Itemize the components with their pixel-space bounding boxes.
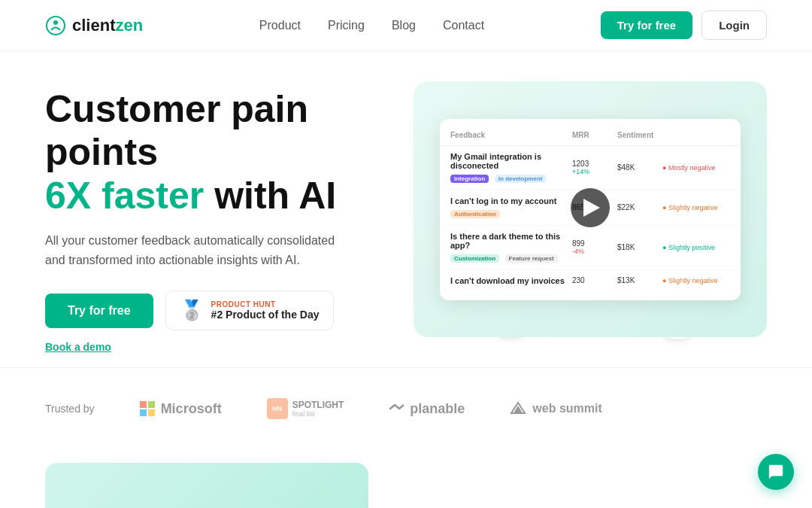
hero-subtitle: All your customer feedback automatically… (45, 231, 346, 269)
hero-title-line2: with AI (204, 175, 336, 217)
planable-icon (389, 403, 404, 414)
col-mrr: MRR (572, 131, 617, 139)
bottom-teal-section (45, 463, 368, 508)
row2-title: I can't log in to my account (450, 196, 572, 205)
col-feedback: Feedback (450, 131, 572, 139)
trusted-logos: Microsoft HN SPOTLIGHT final list planab… (140, 398, 602, 419)
websummit-logo: web summit (510, 401, 601, 416)
row4-title: I can't download my invoices (450, 276, 572, 285)
nav-actions: Try for free Login (601, 11, 767, 40)
row3-feedback: 899 -4% (572, 239, 617, 255)
trusted-label: Trusted by (45, 403, 95, 415)
ph-rank: #2 Product of the Day (211, 309, 320, 321)
row3-sentiment: ● Slightly positive (662, 244, 730, 251)
table-header: Feedback MRR Sentiment (440, 128, 741, 146)
planable-text: planable (410, 401, 465, 417)
hero-title-accent: 6X faster (45, 175, 204, 217)
hero-title-line1: Customer pain points (45, 88, 308, 174)
product-hunt-badge: 🥈 PRODUCT HUNT #2 Product of the Day (165, 291, 334, 330)
play-button[interactable] (571, 188, 610, 227)
row1-feedback: 1203 +14% (572, 160, 617, 175)
nav-try-free-button[interactable]: Try for free (601, 11, 692, 39)
hero-title: Customer pain points 6X faster with AI (45, 88, 406, 218)
table-row: I can't log in to my account Authenticat… (440, 190, 741, 226)
table-row: I can't download my invoices 230 $13K ● … (440, 270, 741, 291)
chat-bubble[interactable] (758, 454, 794, 490)
row1-sentiment: ● Mostly negative (662, 164, 730, 172)
row4-mrr: $13K (617, 276, 662, 284)
microsoft-grid-icon (140, 401, 155, 416)
row4-feedback: 230 (572, 276, 617, 284)
row2-tag1: Authentication (450, 210, 500, 218)
nav-pricing[interactable]: Pricing (328, 19, 365, 32)
dashboard-bg: Feedback MRR Sentiment My Gmail integrat… (414, 81, 767, 337)
table-row: Is there a dark theme to this app? Custo… (440, 226, 741, 270)
table-row: My Gmail integration is disconected Inte… (440, 146, 741, 190)
play-triangle-icon (583, 199, 600, 217)
row3-tag1: Customization (450, 254, 499, 263)
row3-info: Is there a dark theme to this app? Custo… (450, 232, 572, 263)
medal-icon: 🥈 (180, 299, 204, 322)
hero-section: Customer pain points 6X faster with AI A… (0, 51, 812, 360)
dashboard-card: Feedback MRR Sentiment My Gmail integrat… (440, 119, 741, 300)
ph-label: PRODUCT HUNT (211, 300, 320, 309)
row1-tag2: In development (495, 175, 547, 183)
row1-title: My Gmail integration is disconected (450, 152, 572, 170)
planable-logo: planable (389, 401, 465, 417)
hero-right: ★ 📷 G Feedback MRR Sentiment (406, 81, 767, 360)
row1-info: My Gmail integration is disconected Inte… (450, 152, 572, 184)
websummit-text: web summit (532, 402, 601, 415)
logo-text: clientzen (72, 16, 143, 35)
row2-sentiment: ● Slightly negative (662, 204, 730, 211)
microsoft-text: Microsoft (161, 401, 222, 417)
ph-text: PRODUCT HUNT #2 Product of the Day (211, 300, 320, 321)
nav-product[interactable]: Product (259, 19, 301, 32)
spotlight-logo: HN SPOTLIGHT final list (267, 398, 344, 419)
hero-try-free-button[interactable]: Try for free (45, 294, 153, 328)
row2-mrr: $22K (617, 203, 662, 211)
nav-contact[interactable]: Contact (443, 19, 484, 32)
row4-info: I can't download my invoices (450, 276, 572, 285)
hero-left: Customer pain points 6X faster with AI A… (45, 88, 406, 354)
hero-actions: Try for free 🥈 PRODUCT HUNT #2 Product o… (45, 291, 406, 330)
nav-blog[interactable]: Blog (392, 19, 416, 32)
book-demo-link[interactable]: Book a demo (45, 341, 406, 353)
svg-point-1 (53, 20, 58, 25)
row3-title: Is there a dark theme to this app? (450, 232, 572, 250)
logo[interactable]: clientzen (45, 15, 143, 36)
nav-login-button[interactable]: Login (701, 11, 767, 40)
nav-links: Product Pricing Blog Contact (259, 19, 484, 32)
row3-tag2: Feature request (505, 254, 558, 263)
row3-mrr: $18K (617, 243, 662, 251)
websummit-icon (510, 401, 526, 416)
row2-info: I can't log in to my account Authenticat… (450, 196, 572, 219)
trusted-section: Trusted by Microsoft HN SPOTLIGHT final … (0, 367, 812, 449)
row1-tag1: Integration (450, 175, 489, 183)
col-sentiment: Sentiment (617, 131, 662, 139)
chat-icon (768, 464, 784, 480)
svg-point-0 (47, 17, 65, 35)
microsoft-logo: Microsoft (140, 401, 222, 417)
row1-mrr: $48K (617, 163, 662, 172)
row4-sentiment: ● Slightly negative (662, 277, 730, 284)
navbar: clientzen Product Pricing Blog Contact T… (0, 0, 812, 51)
logo-icon (45, 15, 66, 36)
